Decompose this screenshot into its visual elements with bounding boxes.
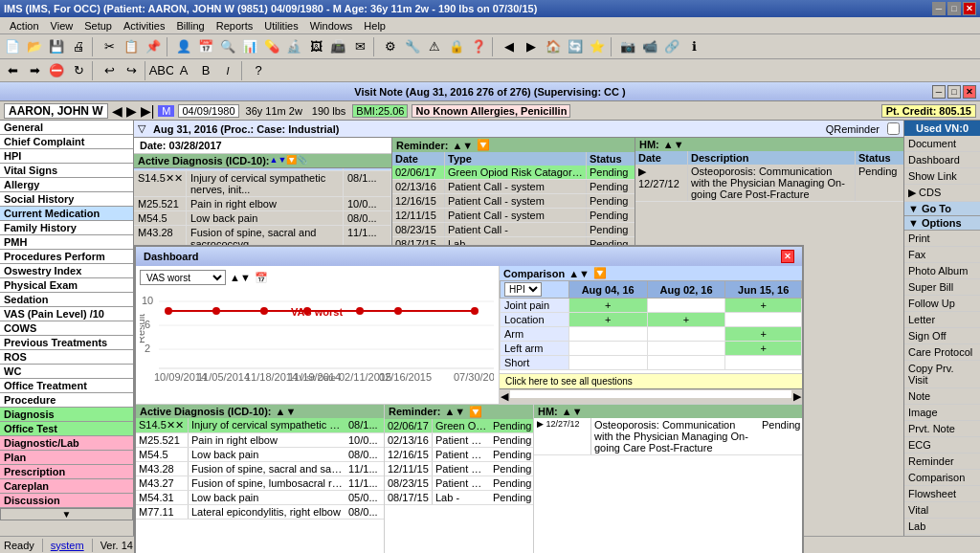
sidebar-item-office-test[interactable]: Office Test bbox=[0, 422, 133, 436]
question-icon[interactable]: ? bbox=[248, 60, 269, 81]
db-hm-row-1[interactable]: ▶ 12/27/12 Osteoporosis: Communication w… bbox=[534, 418, 802, 455]
patient-prev-button[interactable]: ◀ bbox=[112, 103, 122, 119]
sidebar-item-wc[interactable]: WC bbox=[0, 365, 133, 379]
sidebar-item-allergy[interactable]: Allergy bbox=[0, 178, 133, 192]
see-all-link[interactable]: Click here to see all questions bbox=[500, 373, 802, 388]
maximize-button[interactable]: □ bbox=[947, 2, 961, 15]
qreminder-label[interactable]: QReminder bbox=[826, 123, 880, 135]
spell-icon[interactable]: ABC bbox=[151, 60, 172, 81]
right-btn-note[interactable]: Note bbox=[904, 388, 980, 405]
dx-add-icon[interactable]: 📎 bbox=[297, 155, 307, 166]
minimize-button[interactable]: ─ bbox=[932, 2, 946, 15]
video-icon[interactable]: 📹 bbox=[639, 36, 660, 57]
sidebar-item-procedure[interactable]: Procedure bbox=[0, 393, 133, 408]
sidebar-item-family-history[interactable]: Family History bbox=[0, 221, 133, 235]
hm-row-1[interactable]: ▶ 12/27/12 Osteoporosis: Communication w… bbox=[635, 165, 903, 202]
right-btn-reminder[interactable]: Reminder bbox=[904, 453, 980, 470]
db-dx-row-5[interactable]: M43.27 Fusion of spine, lumbosacral regi… bbox=[136, 476, 384, 491]
patient-end-button[interactable]: ▶| bbox=[141, 103, 155, 119]
rem-row-5[interactable]: 08/23/15 Patient Call - Pending bbox=[392, 223, 635, 237]
sidebar-item-vital-signs[interactable]: Vital Signs bbox=[0, 164, 133, 178]
chart-calendar-icon[interactable]: 📅 bbox=[255, 272, 268, 284]
reminder-add-icon[interactable]: 🔽 bbox=[477, 139, 490, 151]
menu-activities[interactable]: Activities bbox=[118, 19, 170, 33]
reload-icon[interactable]: ↻ bbox=[68, 60, 89, 81]
db-dx-sort[interactable]: ▲▼ bbox=[276, 406, 297, 417]
menu-reports[interactable]: Reports bbox=[211, 19, 259, 33]
info-icon[interactable]: ℹ bbox=[683, 36, 704, 57]
patient-next-button[interactable]: ▶ bbox=[126, 103, 137, 119]
sidebar-item-previous-treatments[interactable]: Previous Treatments bbox=[0, 336, 133, 350]
rem-row-2[interactable]: 02/13/16 Patient Call - system Pending bbox=[392, 180, 635, 194]
right-btn-document[interactable]: Document bbox=[904, 136, 980, 152]
settings-icon[interactable]: ⚙ bbox=[380, 36, 401, 57]
sidebar-item-sedation[interactable]: Sedation bbox=[0, 293, 133, 307]
db-rem-row-4[interactable]: 12/11/15 Patient Call - system Pending bbox=[385, 462, 533, 476]
new-doc-icon[interactable]: 📄 bbox=[2, 36, 23, 57]
db-rem-row-6[interactable]: 08/17/15 Lab - Pending bbox=[385, 491, 533, 505]
comp-dropdown[interactable]: HPI bbox=[504, 282, 542, 297]
visit-min-button[interactable]: ─ bbox=[932, 85, 946, 99]
sidebar-item-ros[interactable]: ROS bbox=[0, 350, 133, 365]
dx-row-3[interactable]: M54.5 Low back pain 08/0... bbox=[134, 211, 391, 226]
right-btn-letter[interactable]: Letter bbox=[904, 312, 980, 328]
sidebar-item-discussion[interactable]: Discussion bbox=[0, 494, 133, 508]
db-dx-row-6[interactable]: M54.31 Low back pain 05/0... bbox=[136, 491, 384, 505]
right-btn-print[interactable]: Print bbox=[904, 231, 980, 247]
db-rem-add[interactable]: 🔽 bbox=[469, 406, 482, 418]
right-btn-image[interactable]: Image bbox=[904, 405, 980, 421]
home-icon[interactable]: 🏠 bbox=[543, 36, 564, 57]
right-btn-lab[interactable]: Lab bbox=[904, 519, 980, 535]
sidebar-scroll-down[interactable]: ▼ bbox=[0, 508, 133, 520]
hm-filter-icon[interactable]: ▲▼ bbox=[663, 139, 684, 150]
reminder-filter-icon[interactable]: ▲▼ bbox=[452, 140, 473, 151]
db-dx-row-2[interactable]: M25.521 Pain in right elbow 10/0... bbox=[136, 433, 384, 448]
dx-sort-icon[interactable]: ▲▼ bbox=[270, 155, 287, 166]
sidebar-item-pmh[interactable]: PMH bbox=[0, 235, 133, 250]
chart-filter-icon[interactable]: ▲▼ bbox=[230, 272, 251, 283]
visit-close-button[interactable]: ✕ bbox=[963, 85, 976, 99]
search-icon[interactable]: 🔍 bbox=[217, 36, 238, 57]
comp-scroll-left[interactable]: ◀ bbox=[501, 390, 508, 403]
sidebar-item-chief-complaint[interactable]: Chief Complaint bbox=[0, 135, 133, 149]
qreminder-checkbox[interactable] bbox=[887, 122, 900, 135]
font-icon[interactable]: A bbox=[173, 60, 194, 81]
rem-row-3[interactable]: 12/16/15 Patient Call - system Pending bbox=[392, 194, 635, 209]
back-icon[interactable]: ⬅ bbox=[2, 60, 23, 81]
sidebar-item-plan[interactable]: Plan bbox=[0, 451, 133, 465]
db-rem-filter[interactable]: ▲▼ bbox=[444, 406, 465, 418]
right-btn-followup[interactable]: Follow Up bbox=[904, 296, 980, 312]
rem-row-1[interactable]: 02/06/17 Green Opiod Risk Catagory - Pen… bbox=[392, 166, 635, 180]
dx-row-1[interactable]: S14.5✕✕ Injury of cervical sympathetic n… bbox=[134, 171, 391, 197]
sidebar-item-careplan[interactable]: Careplan bbox=[0, 479, 133, 494]
db-hm-filter[interactable]: ▲▼ bbox=[562, 406, 583, 417]
right-btn-vital[interactable]: Vital bbox=[904, 502, 980, 519]
menu-setup[interactable]: Setup bbox=[78, 19, 118, 33]
save-icon[interactable]: 💾 bbox=[46, 36, 67, 57]
db-rem-row-5[interactable]: 08/23/15 Patient Call - Pending bbox=[385, 476, 533, 491]
right-btn-copy-prv[interactable]: Copy Prv. Visit bbox=[904, 361, 980, 388]
comp-filter-icon[interactable]: ▲▼ bbox=[568, 268, 590, 279]
right-btn-flowsheet[interactable]: Flowsheet bbox=[904, 486, 980, 502]
comp-row-left-arm[interactable]: Left arm + bbox=[501, 342, 802, 356]
sidebar-item-office-treatment[interactable]: Office Treatment bbox=[0, 379, 133, 393]
db-rem-row-2[interactable]: 02/13/16 Patient Call - system Pending bbox=[385, 433, 533, 448]
italic-icon[interactable]: I bbox=[217, 60, 238, 81]
right-btn-photo[interactable]: Photo Album bbox=[904, 263, 980, 279]
rem-row-4[interactable]: 12/11/15 Patient Call - system Pending bbox=[392, 209, 635, 223]
forward-icon[interactable]: ➡ bbox=[24, 60, 45, 81]
comp-scroll-thumb[interactable] bbox=[510, 390, 791, 398]
lock-icon[interactable]: 🔒 bbox=[446, 36, 467, 57]
menu-windows[interactable]: Windows bbox=[304, 19, 359, 33]
comp-row-arm[interactable]: Arm + bbox=[501, 327, 802, 342]
right-btn-signoff[interactable]: Sign Off bbox=[904, 328, 980, 344]
dx-row-2[interactable]: M25.521 Pain in right elbow 10/0... bbox=[134, 197, 391, 211]
sidebar-item-physical-exam[interactable]: Physical Exam bbox=[0, 278, 133, 293]
comp-scroll-right[interactable]: ▶ bbox=[793, 390, 801, 403]
fax-icon[interactable]: 📠 bbox=[327, 36, 348, 57]
db-rem-row-1[interactable]: 02/06/17 Green Opiod Risk Catagory - Pen… bbox=[385, 419, 533, 433]
sidebar-item-social-history[interactable]: Social History bbox=[0, 192, 133, 207]
right-btn-fax[interactable]: Fax bbox=[904, 247, 980, 263]
comp-row-location[interactable]: Location + + bbox=[501, 313, 802, 327]
right-btn-dashboard[interactable]: Dashboard bbox=[904, 152, 980, 168]
